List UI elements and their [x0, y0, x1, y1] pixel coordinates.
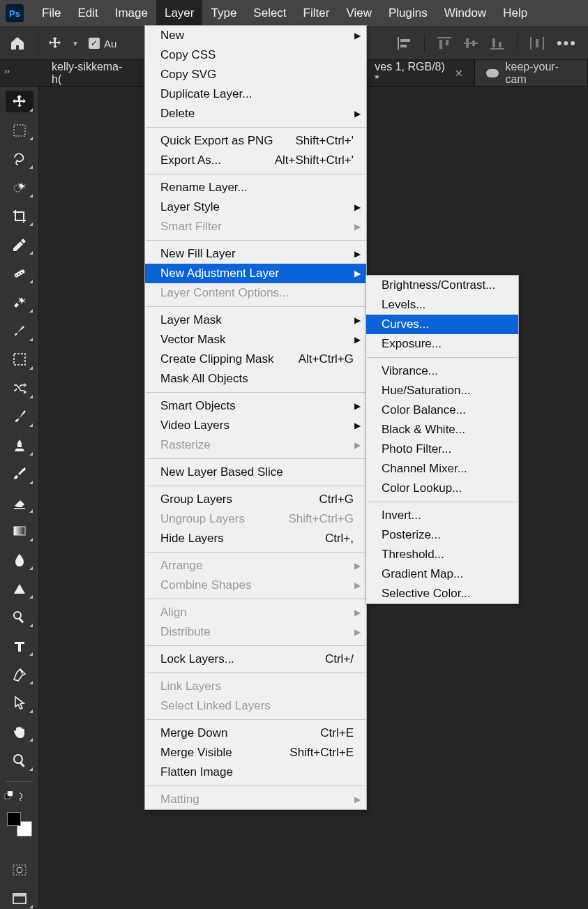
menu-item[interactable]: Export As...Alt+Shift+Ctrl+': [145, 151, 366, 170]
brush-tool[interactable]: [6, 320, 33, 342]
menu-item[interactable]: Rename Layer...: [145, 178, 366, 197]
clone-stamp-tool[interactable]: [6, 435, 33, 456]
gradient-tool[interactable]: [6, 520, 33, 542]
menu-item[interactable]: Brightness/Contrast...: [366, 276, 518, 295]
menu-item[interactable]: New Layer Based Slice: [145, 463, 366, 482]
menu-layer[interactable]: Layer: [156, 0, 203, 27]
menu-item[interactable]: Video Layers▶: [145, 416, 366, 435]
zoom-tool[interactable]: [6, 749, 33, 771]
menu-item[interactable]: Color Balance...: [366, 400, 518, 420]
menu-item[interactable]: Layer Mask▶: [145, 310, 366, 330]
swap-swatches-icon[interactable]: [4, 791, 29, 801]
pen-tool[interactable]: [6, 663, 33, 685]
home-icon[interactable]: [7, 33, 28, 54]
menu-item[interactable]: Delete▶: [145, 104, 366, 123]
quick-selection-tool[interactable]: [6, 176, 33, 198]
menu-image[interactable]: Image: [107, 0, 156, 27]
submenu-arrow-icon: ▶: [354, 315, 361, 325]
menu-item[interactable]: New Adjustment Layer▶: [145, 264, 366, 283]
healing-brush-tool[interactable]: [6, 262, 33, 284]
menu-item[interactable]: Copy SVG: [145, 65, 366, 84]
marquee-tool[interactable]: [6, 119, 33, 141]
menu-item[interactable]: Mask All Objects: [145, 369, 366, 389]
menu-item[interactable]: New Fill Layer▶: [145, 244, 366, 264]
menu-item[interactable]: Hide LayersCtrl+,: [145, 529, 366, 548]
expand-tabs-icon[interactable]: ››: [4, 66, 10, 76]
lasso-tool[interactable]: [6, 148, 33, 170]
tab-document-2[interactable]: ves 1, RGB/8) *✕: [363, 60, 475, 86]
menu-item[interactable]: Quick Export as PNGShift+Ctrl+': [145, 131, 366, 151]
align-bottom-icon[interactable]: [490, 37, 504, 50]
hand-tool[interactable]: [6, 721, 33, 742]
menu-edit[interactable]: Edit: [69, 0, 106, 27]
menu-item[interactable]: Levels...: [366, 295, 518, 315]
menu-item[interactable]: Lock Layers...Ctrl+/: [145, 649, 366, 669]
menu-item[interactable]: Invert...: [366, 506, 518, 525]
align-vcenter-icon[interactable]: [464, 37, 478, 50]
layer-menu: New▶Copy CSSCopy SVGDuplicate Layer...De…: [144, 25, 367, 810]
menu-item[interactable]: Black & White...: [366, 420, 518, 440]
tab-document-3[interactable]: keep-your-cam: [475, 60, 588, 86]
menu-item[interactable]: Merge DownCtrl+E: [145, 723, 366, 743]
menu-item[interactable]: New▶: [145, 26, 366, 45]
frame-tool[interactable]: [6, 349, 33, 370]
menu-item[interactable]: Threshold...: [366, 545, 518, 564]
move-tool[interactable]: [6, 91, 33, 112]
menu-item[interactable]: Channel Mixer...: [366, 459, 518, 479]
blur-tool[interactable]: [6, 549, 33, 571]
menu-help[interactable]: Help: [495, 0, 536, 27]
menu-item[interactable]: Vector Mask▶: [145, 330, 366, 350]
menu-item-label: Gradient Map...: [382, 567, 463, 581]
distribute-icon[interactable]: [530, 37, 544, 50]
menu-type[interactable]: Type: [202, 0, 245, 27]
crop-tool[interactable]: [6, 205, 33, 227]
menu-item[interactable]: Create Clipping MaskAlt+Ctrl+G: [145, 350, 366, 369]
align-top-icon[interactable]: [437, 37, 451, 50]
menu-select[interactable]: Select: [245, 0, 294, 27]
menu-item[interactable]: Flatten Image: [145, 762, 366, 782]
app-logo[interactable]: Ps: [6, 4, 24, 22]
auto-select-checkbox[interactable]: ✓Au: [89, 38, 116, 50]
menu-filter[interactable]: Filter: [295, 0, 338, 27]
submenu-arrow-icon: ▶: [354, 440, 361, 450]
menu-item[interactable]: Photo Filter...: [366, 440, 518, 459]
quickmask-tool[interactable]: [6, 859, 33, 880]
spot-healing-tool[interactable]: [6, 291, 33, 313]
shuffle-tool[interactable]: [6, 377, 33, 399]
foreground-swatch[interactable]: [7, 812, 21, 826]
menu-file[interactable]: File: [33, 0, 69, 27]
paint-brush-tool[interactable]: [6, 406, 33, 428]
more-options-icon[interactable]: •••: [557, 34, 577, 52]
tool-preset-chevron-icon[interactable]: ▼: [72, 40, 79, 47]
menu-item[interactable]: Color Lookup...: [366, 479, 518, 498]
menu-item[interactable]: Smart Objects▶: [145, 396, 366, 416]
menu-view[interactable]: View: [338, 0, 380, 27]
menu-item[interactable]: Selective Color...: [366, 584, 518, 603]
shape-tool[interactable]: [6, 578, 33, 599]
close-tab-icon[interactable]: ✕: [455, 68, 463, 79]
type-tool[interactable]: [6, 635, 33, 656]
menu-item[interactable]: Curves...: [366, 315, 518, 334]
screenmode-tool[interactable]: [6, 887, 33, 909]
tab-document-1[interactable]: kelly-sikkema-h(: [40, 60, 140, 86]
menu-item[interactable]: Hue/Saturation...: [366, 381, 518, 400]
menu-plugins[interactable]: Plugins: [380, 0, 436, 27]
history-brush-tool[interactable]: [6, 463, 33, 485]
align-left-icon[interactable]: [398, 37, 412, 50]
menu-item[interactable]: Posterize...: [366, 525, 518, 545]
eraser-tool[interactable]: [6, 492, 33, 513]
move-tool-icon[interactable]: [48, 36, 62, 50]
menu-item[interactable]: Group LayersCtrl+G: [145, 490, 366, 509]
path-selection-tool[interactable]: [6, 692, 33, 714]
dodge-tool[interactable]: [6, 606, 33, 628]
menu-item[interactable]: Vibrance...: [366, 361, 518, 381]
menu-item[interactable]: Copy CSS: [145, 45, 366, 65]
menu-window[interactable]: Window: [436, 0, 495, 27]
menu-item[interactable]: Gradient Map...: [366, 564, 518, 584]
menu-item[interactable]: Merge VisibleShift+Ctrl+E: [145, 743, 366, 762]
menu-item[interactable]: Layer Style▶: [145, 197, 366, 217]
color-swatches[interactable]: [7, 812, 32, 836]
eyedropper-tool[interactable]: [6, 234, 33, 255]
menu-item[interactable]: Exposure...: [366, 334, 518, 354]
menu-item[interactable]: Duplicate Layer...: [145, 84, 366, 104]
